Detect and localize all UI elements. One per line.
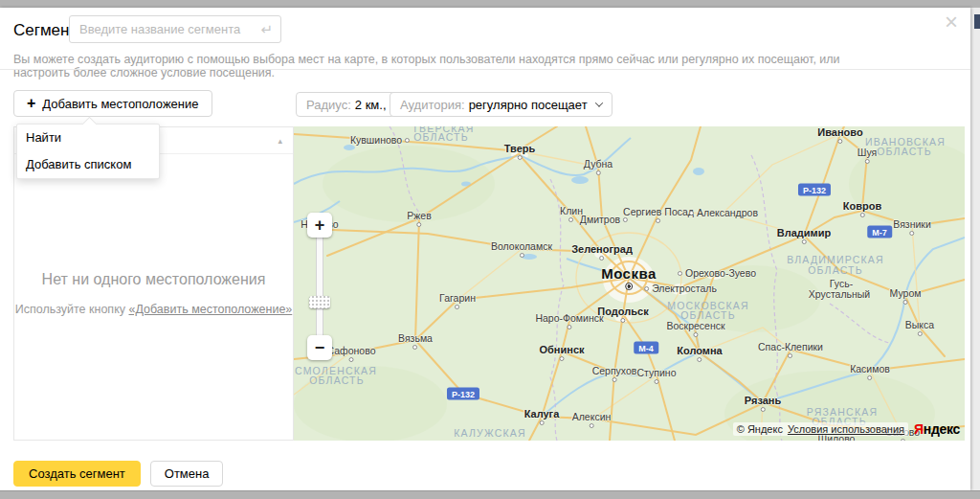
map-label: Касимов — [850, 363, 890, 380]
map-label: ОБЛАСТЬ — [877, 146, 932, 157]
map-label: Серпухов — [592, 365, 637, 382]
city-marker-icon — [599, 256, 604, 261]
map-label: Наро-Фоминск — [535, 312, 603, 329]
empty-hint-text: Используйте кнопку — [15, 303, 125, 316]
enter-icon: ↵ — [260, 21, 280, 38]
copyright-text: © Яндекс — [737, 423, 783, 435]
map-label: Алексин — [572, 411, 612, 428]
zoom-in-button[interactable]: + — [307, 213, 332, 238]
page-title: Сегмент — [13, 21, 77, 40]
add-location-menu: Найти Добавить списком — [16, 124, 160, 179]
city-marker-icon — [625, 283, 633, 290]
city-marker-icon — [868, 375, 873, 380]
city-marker-icon — [568, 325, 572, 329]
city-marker-icon — [901, 439, 905, 441]
audience-value: регулярно посещает — [469, 98, 588, 112]
map-label: Шуя — [858, 147, 877, 164]
segment-description: Вы можете создать аудиторию с помощью вы… — [13, 53, 894, 79]
audience-label: Аудитория: — [400, 98, 465, 112]
close-icon[interactable]: × — [945, 11, 958, 34]
city-marker-icon — [644, 286, 649, 291]
map-label: Ржев — [407, 210, 431, 227]
map-attribution: © Яндекс Условия использования Яндекс — [733, 421, 960, 437]
city-marker-icon — [917, 331, 922, 336]
city-marker-icon — [864, 159, 869, 164]
map-label: Коломна — [677, 345, 722, 362]
map-label: Орехово-Зуево — [678, 267, 756, 279]
locations-empty-state: Нет ни одного местоположения Используйте… — [14, 271, 293, 316]
page-top-bar — [0, 0, 980, 8]
city-marker-icon — [518, 155, 523, 160]
map-label: Ковров — [843, 200, 881, 217]
page-scrollbar-thumb[interactable] — [974, 14, 980, 29]
map-label: Хрустальный — [809, 288, 870, 300]
add-location-link[interactable]: «Добавить местоположение» — [128, 303, 292, 316]
city-marker-icon — [903, 300, 908, 305]
map-label: Александров — [689, 207, 758, 218]
map-label: Выкса — [905, 319, 934, 336]
city-marker-icon — [678, 271, 682, 276]
map-label: Иваново — [817, 126, 862, 144]
city-marker-icon — [761, 407, 766, 412]
map-label: ОБЛАСТЬ — [413, 131, 469, 143]
map-label: Сафоново — [327, 345, 376, 362]
menu-item-find[interactable]: Найти — [17, 125, 159, 151]
empty-state-title: Нет ни одного местоположения — [14, 271, 293, 288]
map-label: Обнинск — [539, 344, 584, 361]
add-location-button[interactable]: + Добавить местоположение — [13, 90, 212, 117]
zoom-slider-handle[interactable] — [309, 296, 330, 308]
city-marker-icon — [412, 345, 417, 350]
map-label: ОБЛАСТЬ — [309, 374, 365, 386]
road-badge: Р-132 — [447, 388, 479, 400]
map-label: Дубна — [584, 158, 612, 175]
zoom-out-button[interactable]: − — [307, 335, 332, 360]
map-label: Вязьма — [398, 332, 433, 350]
city-marker-icon — [416, 222, 421, 227]
modal-footer: Создать сегмент Отмена — [13, 461, 223, 487]
yandex-logo[interactable]: Яндекс — [914, 421, 960, 437]
sort-asc-icon[interactable]: ▴ — [278, 136, 282, 146]
segment-modal: Сегмент ↵ × Вы можете создать аудиторию … — [0, 8, 970, 490]
segment-name-input[interactable] — [70, 16, 260, 42]
city-marker-icon — [621, 318, 626, 323]
map-label: Сергиев Посад — [623, 206, 694, 223]
map-label: Электросталь — [644, 283, 717, 294]
create-segment-button[interactable]: Создать сегмент — [13, 461, 141, 487]
map-label: Гагарин — [439, 292, 476, 309]
cancel-button[interactable]: Отмена — [150, 461, 224, 487]
map-label: Волоколамск — [491, 240, 552, 258]
map-label: Дмитров — [580, 214, 628, 225]
road-badge: Р-132 — [798, 184, 831, 196]
city-marker-icon — [589, 423, 593, 428]
zoom-slider-track[interactable] — [316, 236, 323, 337]
map-label: Спас-Клепики — [758, 341, 823, 358]
add-location-label: Добавить местоположение — [42, 97, 198, 111]
city-marker-icon — [519, 253, 523, 258]
radius-label: Радиус: — [306, 98, 351, 112]
menu-item-add-list[interactable]: Добавить списком — [17, 151, 159, 178]
city-marker-icon — [612, 377, 617, 382]
city-marker-icon — [349, 357, 354, 362]
map-label: Рязань — [745, 395, 781, 412]
city-marker-icon — [539, 420, 544, 425]
map-label: Зеленоград — [571, 243, 633, 261]
city-marker-icon — [405, 138, 410, 143]
map-label: Подольск — [597, 306, 648, 323]
map-label: Муром — [890, 287, 922, 305]
city-marker-icon — [596, 170, 601, 175]
city-marker-icon — [838, 139, 843, 144]
empty-state-hint: Используйте кнопку «Добавить местоположе… — [14, 303, 293, 316]
map-canvas[interactable]: ТВЕРСКАЯОБЛАСТЬКувшиновоТверьДубнаИванов… — [294, 126, 965, 441]
city-marker-icon — [788, 353, 792, 358]
city-marker-icon — [909, 231, 914, 236]
map-label: Владимир — [777, 227, 831, 244]
audience-dropdown[interactable]: Аудитория: регулярно посещает — [390, 92, 612, 117]
road-badge: М-7 — [867, 226, 892, 238]
page-bottom-bar — [0, 490, 980, 499]
city-marker-icon — [568, 217, 573, 222]
city-marker-icon — [860, 213, 865, 217]
map-label: Вязники — [893, 218, 931, 236]
city-marker-icon — [801, 239, 806, 244]
terms-of-use-link[interactable]: Условия использования — [788, 423, 904, 435]
city-marker-icon — [689, 211, 694, 215]
